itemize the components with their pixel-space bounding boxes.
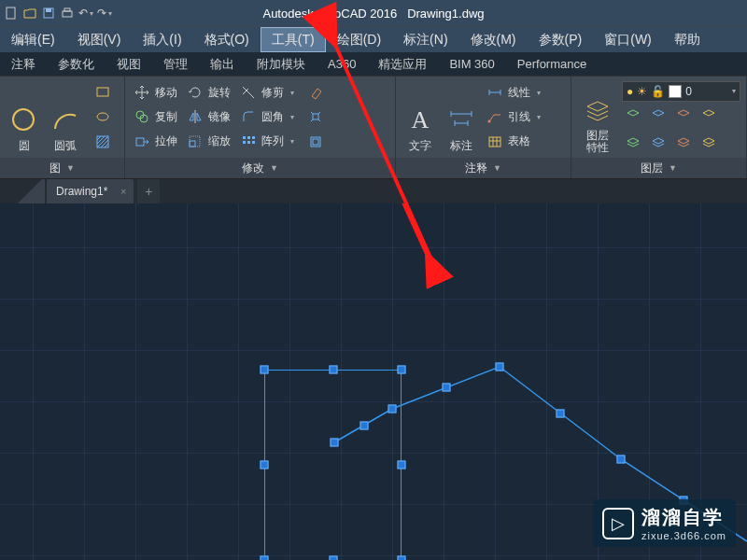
grip-handle[interactable] xyxy=(360,422,369,430)
layer-btn-2[interactable] xyxy=(647,105,669,127)
menu-绘图d[interactable]: 绘图(D) xyxy=(326,27,392,52)
text-icon: A xyxy=(405,105,435,135)
menu-编辑e[interactable]: 编辑(E) xyxy=(0,27,66,52)
ribbon-panels: 圆 圆弧 图▼ 移动 复制 拉伸 旋转 镜像 缩放 xyxy=(0,77,747,179)
explode-tool[interactable] xyxy=(304,105,327,128)
leader-tool[interactable]: 引线▾ xyxy=(484,105,543,128)
lock-icon: 🔓 xyxy=(651,85,665,98)
ribbon-tab-视图[interactable]: 视图 xyxy=(106,52,152,76)
open-icon[interactable] xyxy=(22,6,37,21)
ribbon-tabs: 注释参数化视图管理输出附加模块A360精选应用BIM 360Performanc… xyxy=(0,52,747,77)
ribbon-tab-a360[interactable]: A360 xyxy=(317,52,367,76)
draw-panel-head[interactable]: 图▼ xyxy=(0,158,124,178)
ellipse-tool[interactable] xyxy=(92,105,114,128)
new-icon[interactable] xyxy=(4,6,19,21)
redo-icon[interactable]: ↷▾ xyxy=(97,6,112,21)
grip-handle[interactable] xyxy=(617,455,626,464)
layer-btn-6[interactable] xyxy=(647,131,669,153)
print-icon[interactable] xyxy=(60,6,75,21)
layer-panel-head[interactable]: 图层▼ xyxy=(571,158,746,178)
text-tool[interactable]: A 文字 xyxy=(402,80,439,154)
dimension-tool[interactable]: 标注 xyxy=(443,80,480,154)
scale-tool[interactable]: 缩放 xyxy=(184,131,233,153)
undo-icon[interactable]: ↶▾ xyxy=(78,6,93,21)
move-icon xyxy=(134,84,150,101)
menu-修改m[interactable]: 修改(M) xyxy=(459,27,528,52)
hatch-icon xyxy=(94,133,111,150)
svg-point-5 xyxy=(13,109,34,130)
stretch-tool[interactable]: 拉伸 xyxy=(131,131,180,153)
linear-dim-tool[interactable]: 线性▾ xyxy=(484,81,543,104)
svg-rect-22 xyxy=(313,139,318,145)
layer-btn-4[interactable] xyxy=(698,105,720,127)
layer-btn-1[interactable] xyxy=(622,105,644,127)
menu-工具t[interactable]: 工具(T) xyxy=(261,27,326,52)
offset-tool[interactable] xyxy=(304,131,327,153)
mirror-icon xyxy=(187,108,204,125)
layer-btn-8[interactable] xyxy=(698,131,720,153)
scale-icon xyxy=(187,133,204,150)
grip-handle[interactable] xyxy=(443,384,451,392)
ribbon-tab-performance[interactable]: Performance xyxy=(506,52,598,76)
explode-icon xyxy=(307,108,324,125)
ribbon-tab-输出[interactable]: 输出 xyxy=(199,52,246,76)
rotate-icon xyxy=(187,84,204,101)
save-icon[interactable] xyxy=(41,6,56,21)
ribbon-tab-参数化[interactable]: 参数化 xyxy=(47,52,106,76)
annotation-panel-head[interactable]: 注释▼ xyxy=(396,158,571,178)
ribbon-tab-注释[interactable]: 注释 xyxy=(0,52,47,76)
tab-corner xyxy=(15,179,45,203)
svg-rect-12 xyxy=(190,141,195,147)
grip-handle[interactable] xyxy=(388,405,397,413)
svg-rect-17 xyxy=(243,141,246,144)
layer-btn-7[interactable] xyxy=(672,131,695,153)
menu-窗口w[interactable]: 窗口(W) xyxy=(593,27,663,52)
bulb-icon: ● xyxy=(627,85,633,98)
trim-tool[interactable]: 修剪▾ xyxy=(237,81,297,104)
layer-selector[interactable]: ● ☀ 🔓 0 ▾ xyxy=(622,81,740,102)
new-tab-button[interactable]: + xyxy=(137,179,160,203)
move-tool[interactable]: 移动 xyxy=(131,81,180,104)
rotate-tool[interactable]: 旋转 xyxy=(184,81,233,104)
copy-tool[interactable]: 复制 xyxy=(131,105,180,128)
svg-point-7 xyxy=(97,113,108,120)
layer-properties[interactable]: 图层 特性 xyxy=(577,80,618,154)
fillet-tool[interactable]: 圆角▾ xyxy=(237,105,297,128)
doc-tab-active[interactable]: Drawing1* × xyxy=(47,179,134,203)
svg-rect-18 xyxy=(247,141,250,144)
array-icon xyxy=(240,133,257,150)
rect-tool[interactable] xyxy=(92,81,114,104)
arc-icon xyxy=(50,105,80,135)
circle-tool[interactable]: 圆 xyxy=(6,80,43,154)
ribbon-tab-bim 360[interactable]: BIM 360 xyxy=(438,52,505,76)
menu-标注n[interactable]: 标注(N) xyxy=(392,27,458,52)
ribbon-tab-精选应用[interactable]: 精选应用 xyxy=(367,52,438,76)
layer-btn-5[interactable] xyxy=(622,131,644,153)
grip-handle[interactable] xyxy=(331,439,339,447)
layer-btn-3[interactable] xyxy=(672,105,695,127)
arc-tool[interactable]: 圆弧 xyxy=(47,80,84,154)
menu-格式o[interactable]: 格式(O) xyxy=(193,27,261,52)
grip-handle[interactable] xyxy=(496,363,504,371)
mirror-tool[interactable]: 镜像 xyxy=(184,105,233,128)
erase-tool[interactable] xyxy=(304,81,327,104)
ribbon-tab-附加模块[interactable]: 附加模块 xyxy=(246,52,317,76)
close-tab-icon[interactable]: × xyxy=(120,186,126,197)
svg-rect-0 xyxy=(7,7,15,19)
svg-rect-2 xyxy=(46,8,51,12)
menu-插入i[interactable]: 插入(I) xyxy=(132,27,192,52)
svg-rect-15 xyxy=(247,136,250,139)
table-tool[interactable]: 表格 xyxy=(484,131,543,153)
menu-bar: 编辑(E)视图(V)插入(I)格式(O)工具(T)绘图(D)标注(N)修改(M)… xyxy=(0,26,747,52)
modify-panel-head[interactable]: 修改▼ xyxy=(125,158,395,178)
menu-视图v[interactable]: 视图(V) xyxy=(66,27,133,52)
linear-icon xyxy=(486,84,503,101)
fillet-icon xyxy=(240,108,257,125)
array-tool[interactable]: 阵列▾ xyxy=(237,131,297,153)
menu-帮助[interactable]: 帮助 xyxy=(663,27,712,52)
grip-handle[interactable] xyxy=(557,410,565,418)
ribbon-tab-管理[interactable]: 管理 xyxy=(152,52,199,76)
hatch-tool[interactable] xyxy=(92,131,114,153)
menu-参数p[interactable]: 参数(P) xyxy=(528,27,594,52)
watermark-url: zixue.3d66.com xyxy=(641,530,726,541)
